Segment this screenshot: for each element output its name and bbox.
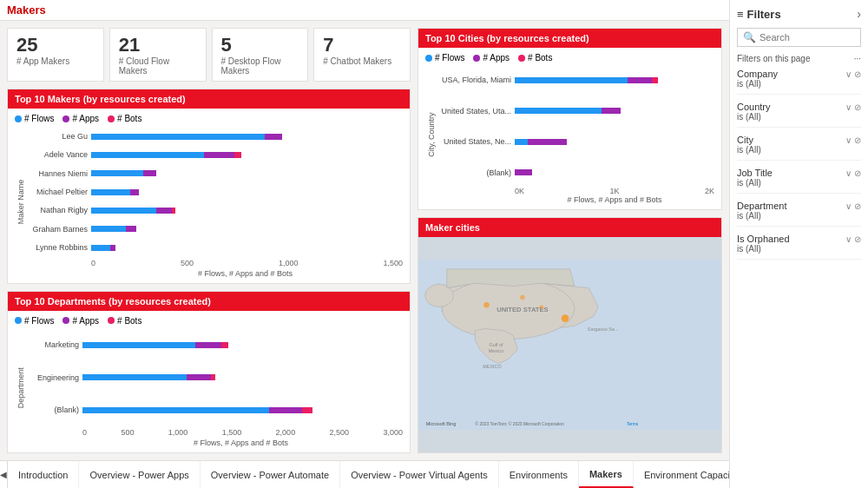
filter-jobtitle-clear[interactable]: ⊘ [854,168,861,178]
svg-text:Sargasso Se...: Sargasso Se... [588,326,619,332]
dept-row-blank: (Blank) [27,406,403,414]
makers-legend: # Flows # Apps # Bots [15,114,403,123]
dept-y-axis-label: Department [15,329,27,447]
legend-apps-dot [62,115,69,122]
filter-country: Country ∨ ⊘ is (All) [737,102,861,128]
departments-x-axis: 0 500 1,000 1,500 2,000 2,500 3,000 [27,428,403,437]
makers-x-axis: 0 500 1,000 1,500 [27,259,403,267]
svg-text:© 2023 TomTom; © 2023 Microsof: © 2023 TomTom; © 2023 Microsoft Corporat… [475,421,564,426]
maker-cities-header: Maker cities [418,218,721,237]
top10-cities-panel: Top 10 Cities (by resources created) # F… [418,28,722,210]
filter-orphaned: Is Orphaned ∨ ⊘ is (All) [737,234,861,260]
filter-city-expand[interactable]: ∨ [845,135,852,145]
tab-environment-capacity[interactable]: Environment Capacity [634,461,729,488]
tab-introduction[interactable]: Introduction [8,461,79,488]
filters-expand-icon[interactable]: › [857,7,861,21]
tab-overview-powervirtualagents[interactable]: Overview - Power Virtual Agents [340,461,499,488]
filter-company-clear[interactable]: ⊘ [854,69,861,79]
cities-y-axis-label: City, Country [425,66,437,204]
tab-nav-prev[interactable]: ◀ [0,461,8,488]
maker-cities-panel: Maker cities [418,217,722,453]
kpi-row: 25 # App Makers 21 # Cloud Flow Makers 5… [7,28,411,82]
search-icon: 🔍 [743,31,756,43]
kpi-desktop-flow-number: 5 [221,34,299,56]
legend-apps: # Apps [62,114,99,123]
cities-legend: # Flows # Apps # Bots [425,53,714,63]
svg-text:Gulf of: Gulf of [489,342,503,347]
departments-bar-chart: Marketing Engineering [27,329,403,426]
cities-x-axis: 0K 1K 2K [437,187,714,195]
maker-row-grahambarnes: Graham Barnes [27,225,403,234]
makers-axis-label: # Flows, # Apps and # Bots [27,269,403,278]
city-row-blank: (Blank) [437,168,711,177]
legend-bots-dot [108,115,115,122]
filter-icon: ≡ [737,8,744,21]
filter-department-expand[interactable]: ∨ [845,201,852,211]
tab-overview-powerapps[interactable]: Overview - Power Apps [79,461,200,488]
top10-departments-body: # Flows # Apps # Bots [8,311,410,452]
kpi-cloud-flow-makers: 21 # Cloud Flow Makers [109,28,207,82]
top10-cities-body: # Flows # Apps # Bots [418,48,721,209]
filter-city: City ∨ ⊘ is (All) [737,135,861,161]
kpi-chatbot-label: # Chatbot Makers [323,56,401,66]
filters-section-dots: ··· [854,54,861,63]
tab-overview-powerautomate[interactable]: Overview - Power Automate [201,461,340,488]
kpi-cloud-flow-label: # Cloud Flow Makers [119,56,197,76]
bottom-tabs: ◀ Introduction Overview - Power Apps Ove… [0,460,729,488]
city-row-utah: United States, Uta... [437,107,711,115]
maker-row-michaelpeltier: Michael Peltier [27,188,403,196]
page-title: Makers [7,3,46,16]
departments-legend: # Flows # Apps # Bots [15,316,403,326]
filter-orphaned-clear[interactable]: ⊘ [854,234,861,244]
tab-environments[interactable]: Environments [499,461,579,488]
right-panels: Top 10 Cities (by resources created) # F… [418,28,722,453]
dept-row-engineering: Engineering [27,373,403,382]
kpi-cloud-flow-number: 21 [119,34,197,56]
city-row-miami: USA, Florida, Miami [437,76,711,84]
top10-departments-panel: Top 10 Departments (by resources created… [7,291,411,453]
filter-department: Department ∨ ⊘ is (All) [737,201,861,227]
top10-departments-header: Top 10 Departments (by resources created… [8,292,410,311]
kpi-app-makers-label: # App Makers [16,56,95,66]
search-input[interactable] [760,32,855,43]
search-box[interactable]: 🔍 [737,28,861,47]
filter-department-clear[interactable]: ⊘ [854,201,861,211]
kpi-desktop-flow-label: # Desktop Flow Makers [221,56,299,76]
svg-point-11 [483,302,490,308]
maker-cities-map: Gulf of Mexico UNITED STATES MEXICO Sarg… [418,237,721,452]
legend-flows-dot [15,115,22,122]
cities-chart-area: USA, Florida, Miami United States, Uta..… [437,66,714,187]
map-svg: Gulf of Mexico UNITED STATES MEXICO Sarg… [418,237,721,452]
filter-jobtitle-expand[interactable]: ∨ [845,168,852,178]
kpi-chatbot-makers: 7 # Chatbot Makers [313,28,411,82]
filters-title: ≡ Filters [737,8,781,21]
top10-makers-body: # Flows # Apps # Bots [8,109,410,282]
filter-company: Company ∨ ⊘ is (All) [737,69,861,95]
filters-panel: ≡ Filters › 🔍 Filters on this page ··· C… [729,0,868,488]
kpi-app-makers-number: 25 [16,34,95,56]
filter-country-clear[interactable]: ⊘ [854,102,861,112]
tab-makers[interactable]: Makers [579,461,634,488]
legend-bots: # Bots [108,114,141,123]
dept-row-marketing: Marketing [27,340,403,349]
filters-header: ≡ Filters › [737,7,861,21]
makers-y-axis-label: Maker Name [15,127,27,277]
maker-row-hannesniemi: Hannes Niemi [27,169,403,178]
filter-orphaned-expand[interactable]: ∨ [845,234,852,244]
cities-axis-label: # Flows, # Apps and # Bots [437,195,714,204]
filter-city-clear[interactable]: ⊘ [854,135,861,145]
top10-cities-header: Top 10 Cities (by resources created) [418,29,721,48]
filter-jobtitle: Job Title ∨ ⊘ is (All) [737,168,861,194]
dashboard-area: 25 # App Makers 21 # Cloud Flow Makers 5… [0,21,729,460]
maker-row-lynnerobbins: Lynne Robbins [27,243,403,252]
svg-text:MEXICO: MEXICO [483,364,501,369]
filter-country-expand[interactable]: ∨ [845,102,852,112]
kpi-desktop-flow-makers: 5 # Desktop Flow Makers [212,28,309,82]
filters-section-title: Filters on this page ··· [737,54,861,63]
left-panels: 25 # App Makers 21 # Cloud Flow Makers 5… [7,28,411,453]
svg-point-12 [520,295,524,300]
city-row-ne: United States, Ne... [437,137,711,146]
svg-point-13 [540,305,543,308]
svg-text:Terms: Terms [627,422,639,426]
filter-company-expand[interactable]: ∨ [845,69,852,79]
